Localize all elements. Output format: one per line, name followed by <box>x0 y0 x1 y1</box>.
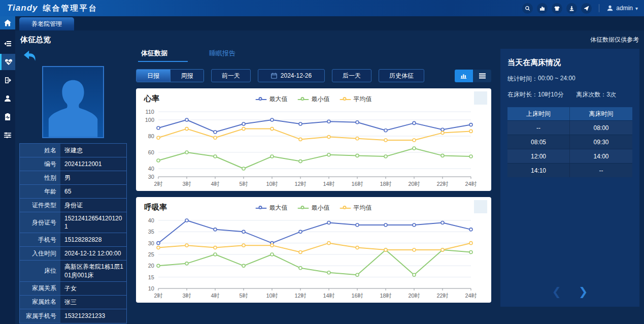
history-button[interactable]: 历史体征 <box>379 69 424 82</box>
svg-text:15: 15 <box>148 274 154 280</box>
legend-item[interactable]: 平均值 <box>340 204 372 212</box>
cell: -- <box>507 121 570 135</box>
weekly-button[interactable]: 周报 <box>170 70 204 82</box>
table-row: 手机号15128282828 <box>20 233 126 247</box>
bed-table: 上床时间 离床时间 -- 08:00 08:05 09:30 12:00 14:… <box>507 107 632 177</box>
chart-title: 呼吸率 <box>144 203 167 212</box>
cell: 14:00 <box>570 149 632 163</box>
sidebar-item-menu-list-icon[interactable] <box>0 36 15 52</box>
svg-text:18时: 18时 <box>380 181 391 187</box>
app-title: 综合管理平台 <box>43 4 97 13</box>
field-value: 男 <box>60 171 126 184</box>
svg-text:22时: 22时 <box>436 181 448 187</box>
heart-rate-chart: 心率 最大值最小值平均值 304060801001102时3时4时5时10时12… <box>136 88 491 191</box>
date-picker[interactable]: 2024-12-26 <box>258 69 325 82</box>
field-value: 身份证 <box>60 199 126 212</box>
field-value: 15128282828 <box>60 233 126 246</box>
user-icon <box>606 5 614 12</box>
svg-text:80: 80 <box>148 133 154 139</box>
user-menu[interactable]: admin ▾ <box>606 5 638 12</box>
home-icon[interactable] <box>0 16 15 29</box>
table-row: 床位高新区养老院1栋1层101房001床 <box>20 261 126 281</box>
svg-text:5时: 5时 <box>239 293 248 299</box>
table-row: 姓名张建忠 <box>20 144 126 157</box>
prev-page-icon[interactable]: ❮ <box>552 286 561 298</box>
table-row: 证件类型身份证 <box>20 199 126 212</box>
stat-time-label: 统计时间： <box>507 75 538 83</box>
bed-status-panel: 当天在离床情况 统计时间： 00:00 ~ 24:00 在床时长：10时10分 … <box>500 49 639 307</box>
tab-vital-data[interactable]: 体征数据 <box>138 49 188 62</box>
svg-text:24时: 24时 <box>465 181 477 187</box>
svg-text:35: 35 <box>148 229 154 235</box>
send-icon[interactable] <box>581 3 592 14</box>
svg-text:10时: 10时 <box>266 181 278 187</box>
header-divider <box>599 4 599 12</box>
chart-toolbox[interactable] <box>474 91 487 105</box>
next-day-button[interactable]: 后一天 <box>332 69 371 82</box>
bar-chart-icon[interactable] <box>537 3 548 14</box>
sidebar-item-door-exit-icon[interactable] <box>0 72 15 88</box>
tab-sleep-report[interactable]: 睡眠报告 <box>209 49 235 61</box>
table-row: 家属手机号153212321233 <box>20 309 126 323</box>
field-value: 高新区养老院1栋1层101房001床 <box>60 261 126 281</box>
top-header: Tiandy 综合管理平台 admin ▾ <box>0 0 644 16</box>
tab-elder-care[interactable]: 养老院管理 <box>19 17 74 30</box>
field-label: 入住时间 <box>20 247 60 260</box>
legend-item[interactable]: 平均值 <box>340 95 372 104</box>
table-row: 08:05 09:30 <box>507 135 632 149</box>
field-label: 床位 <box>20 261 60 281</box>
column-header: 离床时间 <box>570 107 632 120</box>
leave-count-value: 3次 <box>606 91 616 98</box>
svg-text:40: 40 <box>148 217 154 223</box>
sidebar-item-person-icon[interactable] <box>0 90 15 107</box>
list-view-icon[interactable] <box>473 70 491 82</box>
chart-title: 心率 <box>144 94 159 104</box>
field-label: 家属手机号 <box>20 309 60 323</box>
page-title: 体征总览 <box>20 35 51 45</box>
legend-item[interactable]: 最大值 <box>256 95 288 104</box>
stat-time-value: 00:00 ~ 24:00 <box>538 75 575 83</box>
svg-text:3时: 3时 <box>182 181 191 187</box>
shirt-icon[interactable] <box>552 3 562 14</box>
svg-text:30: 30 <box>148 240 154 246</box>
back-arrow-icon[interactable] <box>22 50 38 63</box>
in-bed-value: 10时10分 <box>538 91 564 98</box>
table-row: 年龄65 <box>20 185 126 199</box>
download-icon[interactable] <box>566 3 577 14</box>
prev-day-button[interactable]: 前一天 <box>211 69 251 82</box>
profile-panel: 姓名张建忠 编号20241212001 性别男 年龄65 证件类型身份证 身份证… <box>19 49 127 323</box>
field-label: 年龄 <box>20 185 60 198</box>
chart-plot: 304060801001102时3时4时5时10时12时14时16时18时20时… <box>136 108 491 191</box>
legend-item[interactable]: 最大值 <box>256 204 288 212</box>
search-icon[interactable] <box>522 3 533 14</box>
svg-text:10: 10 <box>148 285 154 291</box>
table-row: 家属关系子女 <box>20 282 126 296</box>
table-row: 入住时间2024-12-12 12:00:00 <box>20 247 126 261</box>
field-label: 家属关系 <box>20 282 60 295</box>
sidebar-item-heart-pulse-icon[interactable] <box>0 54 15 70</box>
daily-button[interactable]: 日报 <box>137 70 170 82</box>
next-page-icon[interactable]: ❯ <box>579 286 588 298</box>
chart-view-icon[interactable] <box>455 70 473 82</box>
sidebar-item-clipboard-pulse-icon[interactable] <box>0 109 15 125</box>
legend-item[interactable]: 最小值 <box>298 95 330 104</box>
field-value: 153212321233 <box>60 309 126 323</box>
view-toggle <box>455 70 491 82</box>
leave-count-label: 离床次数： <box>576 91 606 98</box>
legend-item[interactable]: 最小值 <box>298 204 330 212</box>
field-value: 20241212001 <box>60 157 126 171</box>
svg-text:12时: 12时 <box>294 181 306 187</box>
cell: -- <box>570 164 632 177</box>
field-label: 家属姓名 <box>20 296 60 309</box>
svg-text:14时: 14时 <box>323 293 334 299</box>
svg-text:18时: 18时 <box>380 293 391 299</box>
table-row: 编号20241212001 <box>20 157 126 171</box>
table-row: 家属姓名张三 <box>20 296 126 309</box>
page-note: 体征数据仅供参考 <box>590 36 639 44</box>
field-label: 编号 <box>20 157 60 171</box>
chart-plot: 101520253035402时3时4时5时10时12时14时16时18时20时… <box>136 216 491 303</box>
sidebar-item-sliders-icon[interactable] <box>0 127 15 143</box>
field-value: 张建忠 <box>60 144 126 157</box>
user-name: admin <box>616 5 633 12</box>
chart-toolbox[interactable] <box>474 200 487 213</box>
